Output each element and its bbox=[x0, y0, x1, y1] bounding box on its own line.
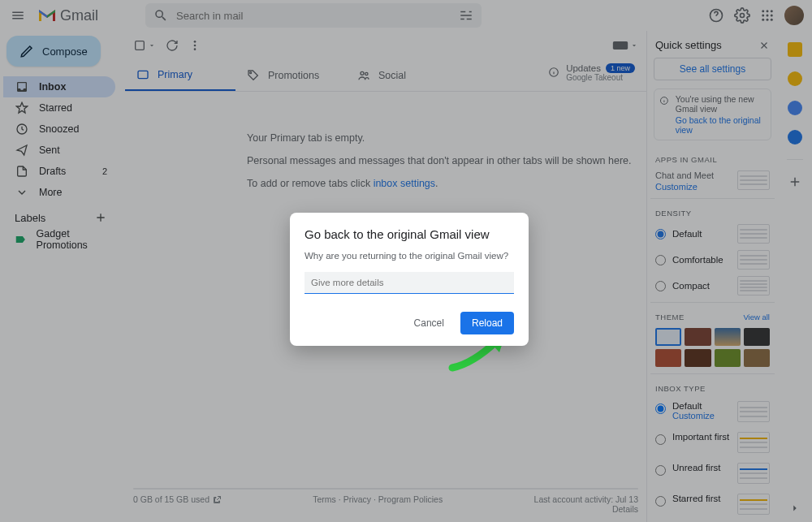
modal-details-input[interactable] bbox=[304, 272, 514, 294]
modal-title: Go back to the original Gmail view bbox=[304, 227, 514, 241]
modal-question: Why are you returning to the original Gm… bbox=[304, 251, 514, 261]
reload-button[interactable]: Reload bbox=[460, 312, 514, 334]
cancel-button[interactable]: Cancel bbox=[406, 312, 452, 334]
go-back-modal: Go back to the original Gmail view Why a… bbox=[290, 213, 529, 346]
